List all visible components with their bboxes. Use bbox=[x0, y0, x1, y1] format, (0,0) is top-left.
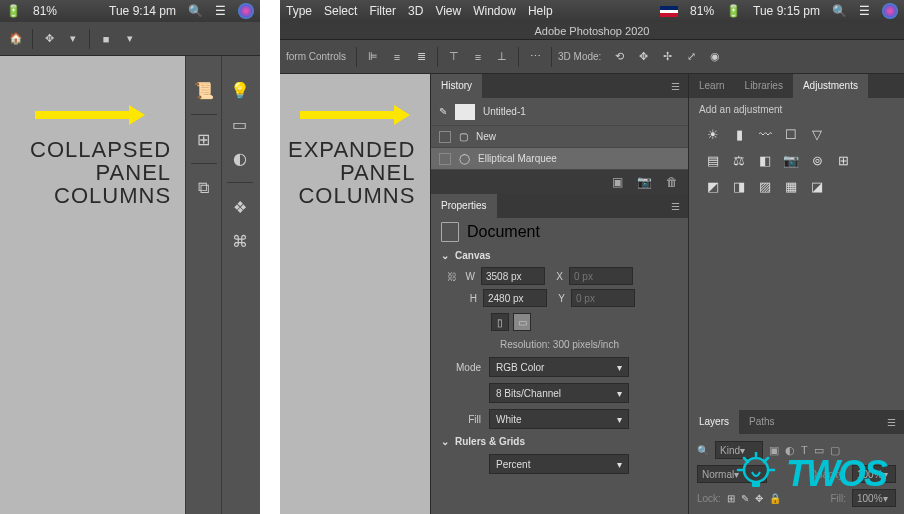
align-middle-icon[interactable]: ≡ bbox=[468, 48, 488, 66]
history-state-label: New bbox=[476, 131, 496, 142]
history-state-new[interactable]: ▢ New bbox=[431, 126, 688, 148]
adjustments-title: Add an adjustment bbox=[689, 98, 904, 121]
camera-icon[interactable]: ◉ bbox=[705, 48, 725, 66]
adjustments-icon[interactable]: ◐ bbox=[226, 144, 254, 172]
tab-history[interactable]: History bbox=[431, 74, 482, 98]
rulers-units-row: Percent▾ bbox=[431, 451, 688, 477]
tab-layers[interactable]: Layers bbox=[689, 410, 739, 434]
history-footer: ▣ 📷 🗑 bbox=[431, 170, 688, 194]
spotlight-icon-r[interactable]: 🔍 bbox=[832, 4, 847, 18]
pan-icon[interactable]: ✥ bbox=[633, 48, 653, 66]
levels-icon[interactable]: ▮ bbox=[729, 125, 749, 143]
invert-icon[interactable]: ◩ bbox=[703, 177, 723, 195]
create-document-icon[interactable]: ▣ bbox=[612, 175, 623, 189]
fill-dropdown[interactable]: White▾ bbox=[489, 409, 629, 429]
flag-icon[interactable] bbox=[660, 6, 678, 17]
link-icon[interactable]: ⛓ bbox=[447, 271, 457, 282]
fill-row: Fill White▾ bbox=[431, 406, 688, 432]
record-icon[interactable]: ■ bbox=[96, 30, 116, 48]
move3d-icon[interactable]: ✢ bbox=[657, 48, 677, 66]
align-center-icon[interactable]: ≡ bbox=[387, 48, 407, 66]
menu-select[interactable]: Select bbox=[324, 4, 357, 18]
channel-mixer-icon[interactable]: ⊚ bbox=[807, 151, 827, 169]
x-input bbox=[569, 267, 633, 285]
curves-icon[interactable]: 〰 bbox=[755, 125, 775, 143]
section-canvas[interactable]: Canvas bbox=[431, 246, 688, 265]
tab-learn[interactable]: Learn bbox=[689, 74, 735, 98]
lock-label: Lock: bbox=[697, 493, 721, 504]
history-body: ✎ Untitled-1 ▢ New ◯ Elliptical Marquee bbox=[431, 98, 688, 170]
menu-window[interactable]: Window bbox=[473, 4, 516, 18]
tab-properties[interactable]: Properties bbox=[431, 194, 497, 218]
tab-paths[interactable]: Paths bbox=[739, 410, 785, 434]
history-icon[interactable]: 📜 bbox=[190, 76, 218, 104]
app-title: Adobe Photoshop 2020 bbox=[280, 22, 904, 40]
paths-icon[interactable]: ⌘ bbox=[226, 227, 254, 255]
history-state-marquee[interactable]: ◯ Elliptical Marquee bbox=[431, 148, 688, 170]
siri-icon-r[interactable] bbox=[882, 3, 898, 19]
menu-filter[interactable]: Filter bbox=[369, 4, 396, 18]
color-lookup-icon[interactable]: ⊞ bbox=[833, 151, 853, 169]
menu-3d[interactable]: 3D bbox=[408, 4, 423, 18]
snapshot-icon[interactable]: 📷 bbox=[637, 175, 652, 189]
bit-depth-dropdown[interactable]: 8 Bits/Channel▾ bbox=[489, 383, 629, 403]
bulb-icon[interactable]: 💡 bbox=[226, 76, 254, 104]
selective-color-icon[interactable]: ◪ bbox=[807, 177, 827, 195]
history-check[interactable] bbox=[439, 131, 451, 143]
panel-menu-icon[interactable]: ☰ bbox=[879, 417, 904, 428]
pathfinder-icon[interactable]: ⧉ bbox=[190, 174, 218, 202]
more-icon[interactable]: ⋯ bbox=[525, 48, 545, 66]
photo-filter-icon[interactable]: 📷 bbox=[781, 151, 801, 169]
units-dropdown[interactable]: Percent▾ bbox=[489, 454, 629, 474]
trash-icon[interactable]: 🗑 bbox=[666, 175, 678, 189]
panel-stack-right: Learn Libraries Adjustments Add an adjus… bbox=[688, 74, 904, 514]
chevron-down-icon[interactable]: ▾ bbox=[120, 30, 140, 48]
vibrance-icon[interactable]: ▽ bbox=[807, 125, 827, 143]
orbit-icon[interactable]: ⟲ bbox=[609, 48, 629, 66]
siri-icon[interactable] bbox=[238, 3, 254, 19]
height-input[interactable] bbox=[483, 289, 547, 307]
canvas-width-row: ⛓ W X bbox=[431, 265, 688, 287]
threshold-icon[interactable]: ▨ bbox=[755, 177, 775, 195]
landscape-button[interactable]: ▭ bbox=[513, 313, 531, 331]
menu-type[interactable]: Type bbox=[286, 4, 312, 18]
color-balance-icon[interactable]: ⚖ bbox=[729, 151, 749, 169]
properties-icon[interactable]: ⊞ bbox=[190, 125, 218, 153]
section-rulers[interactable]: Rulers & Grids bbox=[431, 432, 688, 451]
align-bottom-icon[interactable]: ⊥ bbox=[492, 48, 512, 66]
menu-view[interactable]: View bbox=[435, 4, 461, 18]
hue-icon[interactable]: ▤ bbox=[703, 151, 723, 169]
chevron-down-icon[interactable]: ▾ bbox=[63, 30, 83, 48]
x-label: X bbox=[551, 271, 563, 282]
panel-menu-icon[interactable]: ☰ bbox=[663, 201, 688, 212]
scale-icon[interactable]: ⤢ bbox=[681, 48, 701, 66]
brightness-icon[interactable]: ☀ bbox=[703, 125, 723, 143]
posterize-icon[interactable]: ◨ bbox=[729, 177, 749, 195]
align-left-icon[interactable]: ⊫ bbox=[363, 48, 383, 66]
history-snapshot[interactable]: ✎ Untitled-1 bbox=[431, 98, 688, 126]
portrait-button[interactable]: ▯ bbox=[491, 313, 509, 331]
bw-icon[interactable]: ◧ bbox=[755, 151, 775, 169]
tab-libraries[interactable]: Libraries bbox=[735, 74, 793, 98]
home-icon[interactable]: 🏠 bbox=[6, 30, 26, 48]
align-top-icon[interactable]: ⊤ bbox=[444, 48, 464, 66]
align-right-icon[interactable]: ≣ bbox=[411, 48, 431, 66]
tab-adjustments[interactable]: Adjustments bbox=[793, 74, 868, 98]
layers-icon[interactable]: ❖ bbox=[226, 193, 254, 221]
gradient-map-icon[interactable]: ▦ bbox=[781, 177, 801, 195]
move-icon[interactable]: ✥ bbox=[39, 30, 59, 48]
color-mode-dropdown[interactable]: RGB Color▾ bbox=[489, 357, 629, 377]
panel-column-2: 💡 ▭ ◐ ❖ ⌘ bbox=[221, 56, 257, 514]
menu-help[interactable]: Help bbox=[528, 4, 553, 18]
notifications-icon[interactable]: ☰ bbox=[215, 4, 226, 18]
label-expanded: EXPANDEDPANELCOLUMNS bbox=[288, 138, 415, 207]
width-input[interactable] bbox=[481, 267, 545, 285]
search-icon[interactable]: 🔍 bbox=[697, 445, 709, 456]
mac-menubar-left: 🔋 81% Tue 9:14 pm 🔍 ☰ bbox=[0, 0, 260, 22]
spotlight-icon[interactable]: 🔍 bbox=[188, 4, 203, 18]
history-check[interactable] bbox=[439, 153, 451, 165]
exposure-icon[interactable]: ☐ bbox=[781, 125, 801, 143]
panel-menu-icon[interactable]: ☰ bbox=[663, 81, 688, 92]
notifications-icon-r[interactable]: ☰ bbox=[859, 4, 870, 18]
libraries-icon[interactable]: ▭ bbox=[226, 110, 254, 138]
